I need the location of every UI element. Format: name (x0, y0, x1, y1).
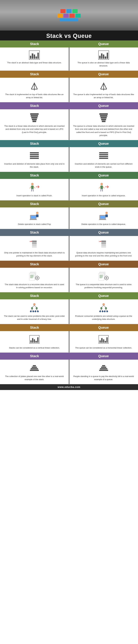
svg-line-7 (34, 186, 35, 188)
stack-text-linear: The stack is a linear data structure in … (4, 124, 65, 134)
stack-abstract-icon (29, 50, 40, 60)
content-row-abstract: The stack is an abstract data type and l… (0, 48, 138, 71)
queue-insert-push-icon (98, 182, 110, 193)
svg-point-69 (31, 307, 33, 309)
stack-col-implementation: The stack is implemented on top of basic… (0, 78, 69, 102)
section-header-stack-linear2: Stack (0, 324, 69, 331)
svg-line-81 (104, 306, 106, 308)
svg-line-84 (100, 309, 101, 311)
svg-point-88 (99, 311, 101, 312)
svg-line-80 (101, 306, 104, 308)
content-row-recursive: The stack data structure is a recursive … (0, 268, 138, 292)
section-header-stack-problems: Stack (0, 292, 69, 299)
header-image (0, 0, 138, 30)
svg-line-68 (34, 306, 37, 308)
svg-rect-27 (105, 214, 108, 217)
stack-text-linear2: Stacks can be considered as a vertical l… (9, 346, 60, 350)
stack-text-realworld: The collection of plates placed one over… (4, 375, 65, 381)
svg-rect-37 (101, 246, 106, 248)
stack-text-implementation: The stack is implemented on top of basic… (4, 93, 65, 99)
stack-insert-push-icon (28, 182, 40, 193)
queue-col-recursive: The queue is a sequential data structure… (69, 268, 138, 292)
queue-col-ends: Insertion and deletion of elements are c… (69, 147, 138, 172)
svg-point-79 (103, 303, 105, 306)
queue-delete-delete-icon (98, 210, 110, 221)
content-row-linear: The stack is a linear data structure in … (0, 109, 138, 140)
svg-point-11 (100, 183, 103, 185)
section-header-queue-ends: Queue (69, 140, 138, 147)
stack-text-insert: Insert operation is stack is called Push… (17, 194, 52, 197)
svg-point-66 (33, 303, 35, 306)
svg-rect-12 (100, 186, 103, 189)
svg-line-15 (101, 189, 101, 192)
queue-text-recursive: The queue is a sequential data structure… (73, 283, 134, 289)
svg-point-82 (100, 307, 102, 309)
queue-col-insert: Insert operation in the queue is called … (69, 179, 138, 200)
section-header-recursive: Stack Queue (0, 261, 138, 268)
section-header-queue-linear2: Queue (69, 324, 138, 331)
stack-pointer-pointer-icon: TOP (28, 239, 40, 250)
stack-col-delete: Delete operation is stack called Pop (0, 208, 69, 229)
svg-rect-28 (32, 240, 37, 242)
section-header-queue-implementation: Queue (69, 71, 138, 78)
queue-implementation-arrow-icon (98, 81, 110, 92)
header: Stack vs Queue (0, 0, 138, 40)
stack-recursive-recursive-icon (28, 271, 40, 282)
queue-col-abstract: The queue is also an abstract data type … (69, 48, 138, 70)
stack-problems-tree-icon (28, 302, 40, 313)
svg-line-87 (106, 309, 107, 311)
section-header-stack-abstract: Stack (0, 40, 69, 48)
queue-col-linear: The queue is a linear data structure in … (69, 109, 138, 140)
stack-text-delete: Delete operation is stack called Pop (18, 223, 51, 226)
queue-text-pointer: Queue data structure requires maintainin… (73, 251, 134, 258)
queue-text-ends: Insertion and deletion of elements are c… (73, 162, 134, 169)
stack-col-abstract: The stack is an abstract data type and l… (0, 48, 69, 70)
svg-point-89 (102, 311, 103, 312)
queue-col-pointer: TOP Queue data structure requires mainta… (69, 236, 138, 260)
queue-text-insert: Insert operation in the queue is called … (82, 194, 125, 197)
stack-col-linear2: Stacks can be considered as a vertical l… (0, 331, 69, 352)
svg-point-70 (36, 307, 38, 309)
svg-point-21 (36, 212, 38, 214)
queue-text-problems: Producer consumer problems are solved us… (73, 314, 134, 321)
stack-implementation-arrow-icon (28, 81, 40, 92)
queue-recursive-recursive-icon (98, 271, 110, 282)
svg-rect-34 (101, 240, 106, 242)
stack-text-recursive: The stack data structure is a recursive … (4, 283, 65, 289)
section-header-stack-recursive: Stack (0, 261, 69, 268)
content-row-linear2: Stacks can be considered as a vertical l… (0, 331, 138, 352)
queue-problems-tree-icon (98, 302, 110, 313)
stack-realworld-pyramid-icon (28, 363, 40, 373)
svg-point-61 (106, 277, 107, 279)
queue-col-linear2: The queue can be considered as a horizon… (69, 331, 138, 352)
stack-col-realworld: The collection of plates placed one over… (0, 360, 69, 384)
svg-line-16 (102, 189, 103, 192)
content-row-realworld: The collection of plates placed one over… (0, 360, 138, 384)
section-header-pointer: Stack Queue (0, 229, 138, 236)
svg-point-78 (37, 311, 39, 312)
svg-rect-30 (32, 244, 37, 246)
stack-col-insert: Insert operation is stack is called Push… (0, 179, 69, 200)
stack-col-problems: The stack can be used to solve problems … (0, 299, 69, 324)
section-header-implementation: Stack Queue (0, 71, 138, 78)
section-header-queue-insert: Queue (69, 172, 138, 179)
svg-point-90 (104, 311, 105, 312)
queue-text-linear: The queue is a linear data structure in … (73, 124, 134, 137)
svg-rect-20 (30, 219, 37, 220)
svg-line-9 (33, 189, 33, 192)
header-title: Stack vs Queue (0, 30, 138, 40)
section-header-queue-realworld: Queue (69, 352, 138, 360)
queue-col-realworld: People standing in a queue to pay the el… (69, 360, 138, 384)
svg-point-77 (35, 311, 36, 312)
stack-text-abstract: The stack is an abstract data type and l… (7, 61, 62, 64)
svg-rect-24 (100, 216, 105, 218)
section-header-ends: Stack Queue (0, 140, 138, 147)
svg-line-74 (37, 309, 38, 311)
section-header-stack-pointer: Stack (0, 229, 69, 236)
content-row-problems: The stack can be used to solve problems … (0, 299, 138, 324)
section-header-stack-realworld: Stack (0, 352, 69, 360)
svg-point-75 (30, 311, 32, 312)
svg-line-6 (30, 186, 31, 188)
content-row-delete: Delete operation is stack called Pop Del… (0, 208, 138, 229)
svg-line-14 (103, 186, 104, 188)
